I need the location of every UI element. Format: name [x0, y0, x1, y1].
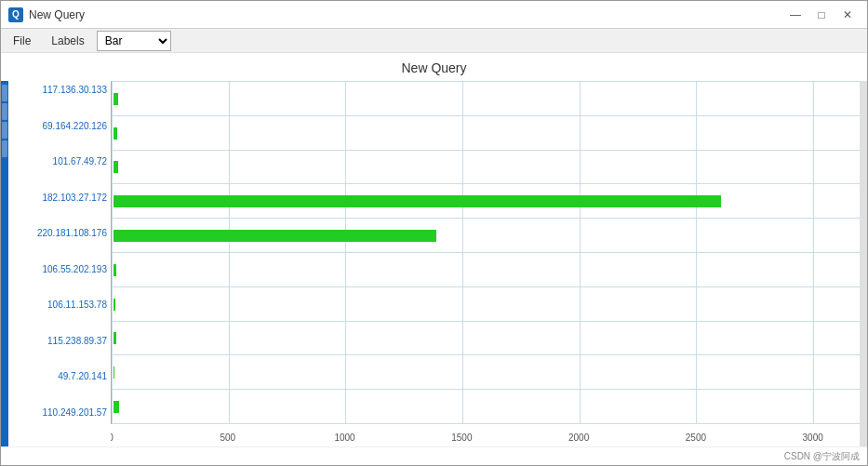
- chart-inner: 117.136.30.13369.164.220.126101.67.49.72…: [1, 81, 867, 446]
- bar-item[interactable]: [114, 366, 114, 379]
- grid-line-horizontal: [112, 81, 860, 82]
- y-axis-label: 110.249.201.57: [12, 407, 107, 419]
- x-axis-tick: 500: [220, 433, 235, 443]
- chart-plot: 050010001500200025003000: [111, 81, 860, 446]
- chart-type-dropdown-wrapper: Bar Line Scatter Pie: [97, 31, 171, 51]
- left-panel-item: [2, 85, 7, 101]
- y-axis-label: 101.67.49.72: [12, 156, 107, 167]
- chart-type-select[interactable]: Bar Line Scatter Pie: [97, 31, 171, 51]
- bar-item[interactable]: [114, 332, 116, 344]
- app-icon: Q: [8, 7, 23, 22]
- y-axis-label: 69.164.220.126: [12, 121, 107, 132]
- file-menu[interactable]: File: [5, 32, 39, 50]
- grid-line-vertical: [696, 81, 697, 423]
- left-panel-item: [2, 140, 7, 157]
- y-axis-label: 182.103.27.172: [12, 193, 107, 204]
- x-axis-tick: 0: [111, 433, 114, 443]
- bottom-strip: CSDN @宁波阿成: [1, 446, 867, 465]
- bar-item[interactable]: [114, 264, 116, 276]
- main-window: Q New Query — □ ✕ File Labels Bar Line S…: [0, 0, 868, 466]
- x-axis-tick: 2000: [568, 433, 589, 443]
- title-bar: Q New Query — □ ✕: [1, 1, 867, 29]
- right-panel: [860, 81, 867, 446]
- grid-line-vertical: [229, 81, 230, 423]
- window-controls: — □ ✕: [783, 6, 860, 24]
- bar-item[interactable]: [114, 401, 119, 413]
- x-axis-container: 050010001500200025003000: [111, 424, 860, 446]
- y-axis-label: 106.55.202.193: [12, 264, 107, 275]
- x-axis-tick: 3000: [803, 433, 823, 443]
- grid-line-horizontal: [112, 252, 860, 253]
- y-axis-label: 117.136.30.133: [12, 85, 107, 96]
- labels-menu[interactable]: Labels: [43, 32, 92, 50]
- grid-line-horizontal: [112, 354, 860, 355]
- x-axis-tick: 1000: [334, 433, 354, 443]
- left-panel-item: [2, 103, 7, 120]
- y-axis-label: 106.11.153.78: [12, 300, 107, 311]
- close-button[interactable]: ✕: [835, 6, 860, 24]
- grid-line-horizontal: [112, 321, 860, 322]
- watermark-text: CSDN @宁波阿成: [784, 450, 860, 463]
- bar-item[interactable]: [114, 161, 118, 173]
- grid-line-horizontal: [112, 150, 860, 151]
- x-axis-tick: 1500: [451, 433, 472, 443]
- y-axis-label: 220.181.108.176: [12, 228, 107, 239]
- grid-line-horizontal: [112, 115, 860, 116]
- grid-line-vertical: [580, 81, 581, 423]
- bar-item[interactable]: [114, 230, 436, 242]
- bar-item[interactable]: [114, 299, 115, 311]
- x-axis-tick: 2500: [686, 433, 706, 443]
- bar-item[interactable]: [114, 127, 117, 140]
- grid-line-vertical: [462, 81, 463, 423]
- grid-and-bars: [111, 81, 860, 424]
- y-axis: 117.136.30.13369.164.220.126101.67.49.72…: [8, 81, 111, 446]
- left-panel: [1, 81, 8, 446]
- chart-title: New Query: [1, 60, 867, 75]
- minimize-button[interactable]: —: [783, 6, 808, 24]
- grid-line-vertical: [345, 81, 346, 423]
- bar-item[interactable]: [114, 93, 118, 105]
- grid-line-vertical: [813, 81, 814, 423]
- left-panel-item: [2, 122, 7, 139]
- grid-line-horizontal: [112, 218, 860, 219]
- grid-line-horizontal: [112, 286, 860, 287]
- y-axis-label: 49.7.20.141: [12, 371, 107, 382]
- grid-line-horizontal: [112, 389, 860, 390]
- grid-line-vertical: [112, 81, 113, 423]
- bar-item[interactable]: [114, 195, 721, 207]
- chart-area: New Query 117.136.30.13369.164.220.12610…: [1, 53, 867, 446]
- menu-bar: File Labels Bar Line Scatter Pie: [1, 29, 867, 53]
- maximize-button[interactable]: □: [809, 6, 834, 24]
- window-title: New Query: [29, 8, 783, 21]
- y-axis-label: 115.238.89.37: [12, 336, 107, 347]
- grid-line-horizontal: [112, 183, 860, 184]
